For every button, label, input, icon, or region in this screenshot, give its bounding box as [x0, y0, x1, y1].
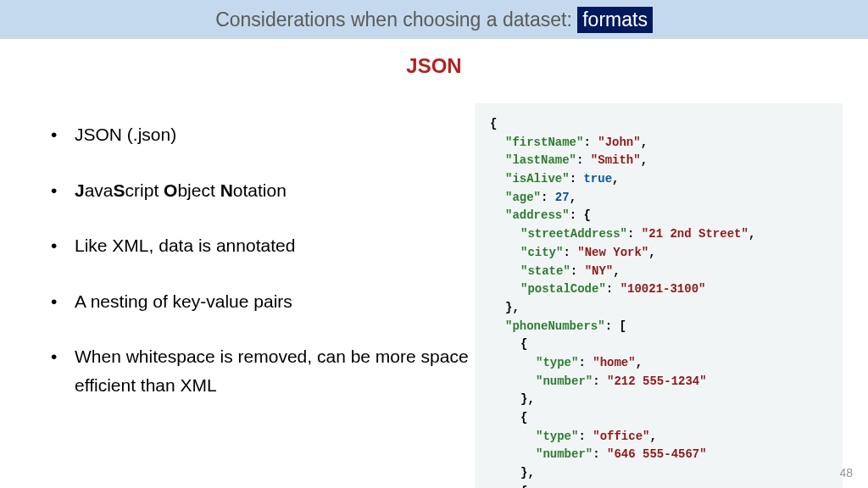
- list-item: When whitespace is removed, can be more …: [51, 342, 475, 399]
- list-item: JavaScript Object Notation: [51, 176, 475, 205]
- slide-header: Considerations when choosing a dataset: …: [0, 0, 868, 39]
- header-prefix: Considerations when choosing a dataset:: [215, 8, 577, 30]
- bullet-column: JSON (.json) JavaScript Object Notation …: [34, 103, 475, 488]
- list-item: A nesting of key-value pairs: [51, 287, 475, 316]
- header-text: Considerations when choosing a dataset: …: [215, 7, 653, 33]
- header-highlight: formats: [577, 7, 653, 33]
- header-highlight-t2: rmats: [598, 8, 648, 30]
- page-number: 48: [839, 466, 853, 480]
- content-area: JSON (.json) JavaScript Object Notation …: [0, 103, 868, 488]
- slide-subtitle: JSON: [0, 54, 868, 78]
- list-item: JSON (.json): [51, 120, 475, 149]
- header-highlight-t1: fo: [582, 8, 598, 30]
- json-code-example: {"firstName": "John","lastName": "Smith"…: [475, 103, 843, 488]
- bullet-list: JSON (.json) JavaScript Object Notation …: [51, 120, 475, 400]
- list-item: Like XML, data is annotated: [51, 231, 475, 260]
